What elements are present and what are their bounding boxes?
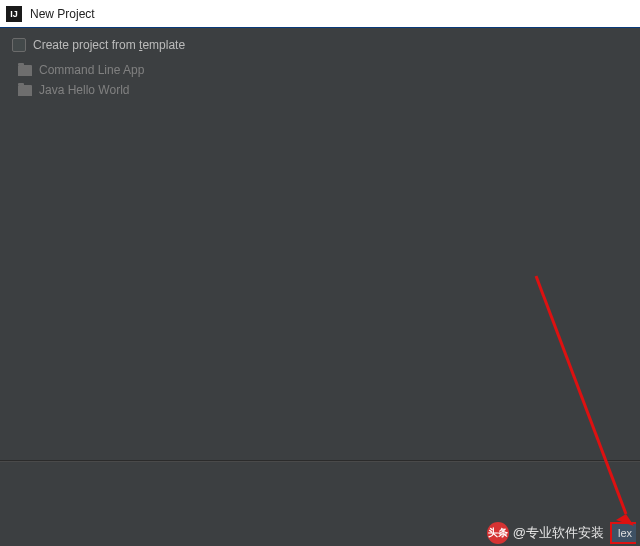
template-item-java-hello[interactable]: Java Hello World bbox=[18, 80, 628, 100]
watermark-text: @专业软件安装 bbox=[513, 524, 604, 542]
window-title: New Project bbox=[30, 7, 95, 21]
folder-icon bbox=[18, 85, 32, 96]
template-checkbox-label: Create project from template bbox=[33, 38, 185, 52]
template-checkbox[interactable] bbox=[12, 38, 26, 52]
button-fragment-label: lex bbox=[618, 527, 632, 539]
content-area: Create project from template Command Lin… bbox=[0, 28, 640, 544]
template-item-command-line[interactable]: Command Line App bbox=[18, 60, 628, 80]
bottom-bar: 头条 @专业软件安装 lex bbox=[0, 520, 640, 546]
next-button-fragment[interactable]: lex bbox=[610, 522, 636, 544]
template-label: Java Hello World bbox=[39, 83, 129, 97]
folder-icon bbox=[18, 65, 32, 76]
template-list: Command Line App Java Hello World bbox=[18, 60, 628, 460]
watermark: 头条 @专业软件安装 bbox=[487, 522, 604, 544]
app-icon: IJ bbox=[6, 6, 22, 22]
watermark-badge: 头条 bbox=[487, 522, 509, 544]
template-label: Command Line App bbox=[39, 63, 144, 77]
titlebar: IJ New Project bbox=[0, 0, 640, 28]
template-checkbox-row[interactable]: Create project from template bbox=[12, 38, 628, 52]
